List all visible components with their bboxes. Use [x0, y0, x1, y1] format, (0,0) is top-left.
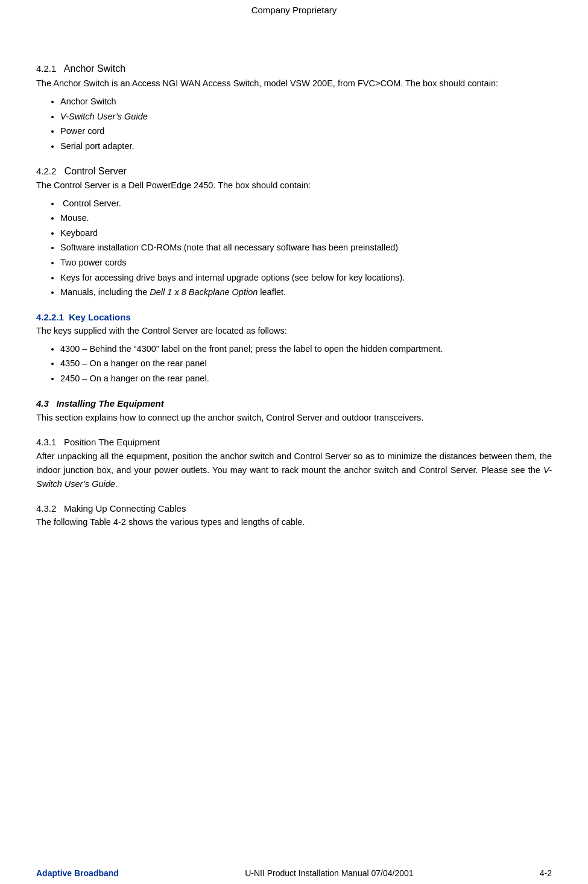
section-432: 4.3.2 Making Up Connecting Cables The fo…: [36, 503, 552, 529]
footer-brand: Adaptive Broadband: [36, 868, 119, 878]
section-43-heading: 4.3 Installing The Equipment: [36, 398, 552, 409]
section-431-heading: 4.3.1 Position The Equipment: [36, 437, 552, 447]
section-431-num: 4.3.1: [36, 437, 56, 447]
page-footer: Adaptive Broadband U-NII Product Install…: [0, 862, 588, 884]
header-title: Company Proprietary: [251, 5, 337, 15]
section-432-title: Making Up Connecting Cables: [64, 503, 186, 514]
section-422-title: Control Server: [65, 166, 127, 176]
footer-doc-info: U-NII Product Installation Manual 07/04/…: [119, 868, 540, 878]
list-item: Mouse.: [60, 211, 552, 226]
list-item: Control Server.: [60, 196, 552, 211]
section-431: 4.3.1 Position The Equipment After unpac…: [36, 437, 552, 492]
section-4221: 4.2.2.1 Key Locations The keys supplied …: [36, 312, 552, 386]
section-421-bullets: Anchor Switch V-Switch User’s Guide Powe…: [36, 94, 552, 154]
section-422-heading: 4.2.2 Control Server: [36, 166, 552, 177]
section-421-num: 4.2.1: [36, 63, 56, 74]
list-item: Keyboard: [60, 226, 552, 241]
section-431-body: After unpacking all the equipment, posit…: [36, 450, 552, 492]
section-432-body: The following Table 4-2 shows the variou…: [36, 516, 552, 529]
list-item: 2450 – On a hanger on the rear panel.: [60, 371, 552, 386]
section-421: 4.2.1 Anchor Switch The Anchor Switch is…: [36, 63, 552, 154]
section-43-title: Installing The Equipment: [56, 398, 163, 409]
section-4221-title: Key Locations: [69, 312, 131, 322]
section-43-body: This section explains how to connect up …: [36, 411, 552, 425]
list-item: V-Switch User’s Guide: [60, 109, 552, 124]
section-431-title: Position The Equipment: [64, 437, 160, 447]
list-item: 4300 – Behind the “4300” label on the fr…: [60, 342, 552, 357]
section-422-num: 4.2.2: [36, 166, 56, 176]
section-4221-bullets: 4300 – Behind the “4300” label on the fr…: [36, 342, 552, 386]
section-4221-heading: 4.2.2.1 Key Locations: [36, 312, 552, 322]
list-item: Two power cords: [60, 255, 552, 270]
footer-page-num: 4-2: [540, 868, 552, 878]
list-item: Software installation CD-ROMs (note that…: [60, 240, 552, 255]
list-item: Serial port adapter.: [60, 139, 552, 154]
section-421-heading: 4.2.1 Anchor Switch: [36, 63, 552, 74]
page-header: Company Proprietary: [0, 0, 588, 15]
section-4221-num: 4.2.2.1: [36, 312, 64, 322]
list-item: Manuals, including the Dell 1 x 8 Backpl…: [60, 285, 552, 300]
section-422-body: The Control Server is a Dell PowerEdge 2…: [36, 179, 552, 192]
section-432-heading: 4.3.2 Making Up Connecting Cables: [36, 503, 552, 514]
section-422: 4.2.2 Control Server The Control Server …: [36, 166, 552, 300]
section-43-num: 4.3: [36, 398, 49, 409]
section-421-body: The Anchor Switch is an Access NGI WAN A…: [36, 77, 552, 91]
section-432-num: 4.3.2: [36, 503, 56, 514]
list-item: Anchor Switch: [60, 94, 552, 109]
section-421-title: Anchor Switch: [64, 63, 125, 74]
section-422-bullets: Control Server. Mouse. Keyboard Software…: [36, 196, 552, 300]
list-item: Keys for accessing drive bays and intern…: [60, 270, 552, 285]
list-item: Power cord: [60, 124, 552, 139]
section-43: 4.3 Installing The Equipment This sectio…: [36, 398, 552, 425]
list-item: 4350 – On a hanger on the rear panel: [60, 356, 552, 371]
section-4221-body: The keys supplied with the Control Serve…: [36, 325, 552, 338]
